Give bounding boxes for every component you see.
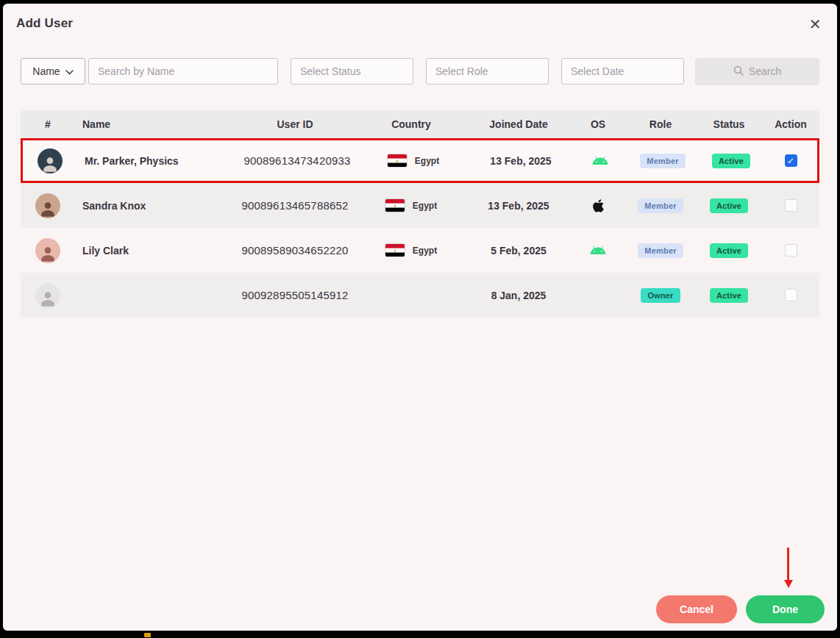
col-header-os: OS <box>571 118 625 130</box>
user-name: Lily Clark <box>75 245 234 257</box>
search-button[interactable]: Search <box>695 58 819 85</box>
user-id: 90092895505145912 <box>234 289 356 301</box>
user-id: 90089589034652220 <box>234 244 356 257</box>
country-label: Egypt <box>415 156 439 166</box>
status-badge: Active <box>710 243 748 258</box>
role-badge: Member <box>640 154 685 168</box>
done-button[interactable]: Done <box>746 595 825 623</box>
role-badge: Owner <box>641 288 680 303</box>
status-badge: Active <box>712 154 750 168</box>
android-icon <box>592 153 608 169</box>
avatar <box>38 148 63 173</box>
table-header-row: # Name User ID Country Joined Date OS Ro… <box>21 110 819 138</box>
status-badge: Active <box>710 198 748 213</box>
date-select-input[interactable] <box>561 58 684 85</box>
android-icon <box>590 243 606 259</box>
user-id: 90089613473420933 <box>236 154 358 167</box>
egypt-flag-icon <box>388 154 407 167</box>
role-badge: Member <box>638 243 683 258</box>
search-button-label: Search <box>749 65 781 77</box>
joined-date: 8 Jan, 2025 <box>466 290 571 301</box>
country-label: Egypt <box>413 201 437 211</box>
col-header-userid: User ID <box>234 118 356 130</box>
field-selector-label: Name <box>32 65 60 77</box>
role-select-input[interactable] <box>426 58 549 85</box>
user-name: Mr. Parker, Physics <box>77 155 236 167</box>
row-checkbox[interactable] <box>785 244 797 257</box>
search-icon <box>733 65 744 78</box>
close-icon[interactable]: ✕ <box>805 14 825 35</box>
table-row[interactable]: Lily Clark 90089589034652220 Egypt 5 Feb… <box>21 228 819 273</box>
egypt-flag-icon <box>385 199 405 212</box>
avatar-placeholder-icon <box>35 283 60 308</box>
joined-date: 13 Feb, 2025 <box>469 155 573 167</box>
add-user-modal: Add User ✕ Name Search # Name User ID Co… <box>3 4 837 631</box>
table-row[interactable]: Mr. Parker, Physics 90089613473420933 Eg… <box>21 138 819 183</box>
col-header-name: Name <box>75 118 234 130</box>
row-checkbox[interactable] <box>785 289 797 301</box>
field-selector-dropdown[interactable]: Name <box>21 58 85 85</box>
user-id: 90089613465788652 <box>234 199 356 212</box>
table-row[interactable]: Sandra Knox 90089613465788652 Egypt 13 F… <box>21 183 819 228</box>
col-header-joined: Joined Date <box>466 118 571 130</box>
avatar <box>35 193 60 218</box>
col-header-action: Action <box>762 118 819 130</box>
country-label: Egypt <box>413 245 437 256</box>
search-input[interactable] <box>88 58 278 85</box>
annotation-arrow-down <box>784 548 793 590</box>
status-badge: Active <box>710 288 748 303</box>
table-row[interactable]: 90092895505145912 8 Jan, 2025 Owner Acti… <box>21 273 819 318</box>
cancel-button[interactable]: Cancel <box>656 595 737 623</box>
role-badge: Member <box>638 198 683 213</box>
col-header-country: Country <box>356 118 466 130</box>
egypt-flag-icon <box>385 244 405 257</box>
users-table: # Name User ID Country Joined Date OS Ro… <box>21 110 819 318</box>
joined-date: 5 Feb, 2025 <box>466 245 571 257</box>
filter-bar: Name Search <box>21 57 819 85</box>
joined-date: 13 Feb, 2025 <box>466 200 571 212</box>
avatar <box>35 238 60 263</box>
row-checkbox[interactable] <box>785 199 797 212</box>
modal-title: Add User <box>16 16 73 31</box>
user-name: Sandra Knox <box>75 200 234 212</box>
chevron-down-icon <box>65 65 74 77</box>
apple-icon <box>590 198 606 214</box>
row-checkbox[interactable] <box>785 154 797 167</box>
col-header-role: Role <box>625 118 696 130</box>
col-header-status: Status <box>696 118 762 130</box>
screen-bezel-artifact <box>144 633 151 637</box>
col-header-index: # <box>21 118 75 130</box>
status-select-input[interactable] <box>291 58 413 85</box>
